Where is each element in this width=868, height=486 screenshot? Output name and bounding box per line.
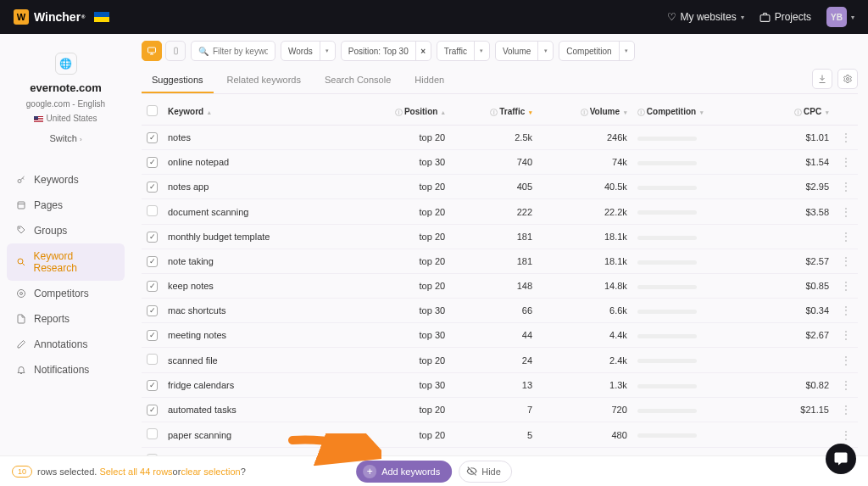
tab-hidden[interactable]: Hidden bbox=[404, 68, 454, 93]
hide-button[interactable]: Hide bbox=[459, 461, 512, 483]
keyword-filter-field[interactable] bbox=[213, 47, 268, 56]
tab-related[interactable]: Related keywords bbox=[217, 68, 311, 93]
cell-competition bbox=[632, 175, 760, 199]
cell-competition bbox=[632, 373, 760, 398]
user-menu[interactable]: YB ▾ bbox=[826, 7, 854, 27]
row-menu-icon[interactable]: ⋮ bbox=[839, 255, 853, 267]
sidebar-item-reports[interactable]: Reports bbox=[7, 306, 125, 332]
row-checkbox[interactable] bbox=[147, 157, 158, 168]
row-checkbox[interactable] bbox=[147, 232, 158, 243]
cell-volume: 1.3k bbox=[537, 373, 632, 398]
chat-fab[interactable] bbox=[826, 444, 856, 474]
cell-position: top 20 bbox=[350, 175, 451, 199]
info-icon: i bbox=[395, 109, 403, 116]
col-keyword[interactable]: Keyword ▴ bbox=[163, 98, 350, 126]
chevron-down-icon[interactable]: ▾ bbox=[474, 42, 489, 60]
cell-keyword: notes app bbox=[163, 175, 350, 199]
row-menu-icon[interactable]: ⋮ bbox=[839, 131, 853, 143]
logo-mark: W bbox=[14, 9, 29, 25]
chevron-down-icon[interactable]: ▾ bbox=[537, 42, 553, 60]
cell-position: top 20 bbox=[350, 348, 451, 373]
col-position[interactable]: iPosition ▴ bbox=[350, 98, 451, 126]
row-checkbox[interactable] bbox=[147, 182, 158, 193]
sidebar-item-groups[interactable]: Groups bbox=[7, 218, 125, 243]
row-checkbox[interactable] bbox=[147, 281, 158, 292]
switch-site-link[interactable]: Switch › bbox=[12, 133, 120, 143]
select-all-link[interactable]: Select all 44 rows bbox=[99, 466, 172, 477]
row-checkbox[interactable] bbox=[147, 405, 158, 416]
select-all-checkbox[interactable] bbox=[147, 105, 158, 116]
desktop-view-button[interactable] bbox=[142, 41, 162, 61]
row-menu-icon[interactable]: ⋮ bbox=[839, 404, 853, 416]
row-menu-icon[interactable]: ⋮ bbox=[839, 181, 853, 193]
cell-position: top 20 bbox=[350, 126, 451, 150]
cell-traffic: 5 bbox=[450, 422, 537, 448]
cell-volume: 246k bbox=[537, 126, 632, 150]
row-menu-icon[interactable]: ⋮ bbox=[839, 329, 853, 341]
row-checkbox[interactable] bbox=[147, 380, 158, 391]
volume-filter[interactable]: Volume▾ bbox=[495, 41, 554, 61]
row-checkbox[interactable] bbox=[147, 428, 158, 439]
col-traffic[interactable]: iTraffic ▾ bbox=[450, 98, 537, 126]
cell-traffic: 66 bbox=[450, 299, 537, 323]
settings-button[interactable] bbox=[837, 69, 858, 89]
svg-point-4 bbox=[18, 259, 23, 264]
row-menu-icon[interactable]: ⋮ bbox=[839, 231, 853, 243]
cell-traffic: 222 bbox=[450, 199, 537, 225]
sidebar-item-keyword-research[interactable]: Keyword Research bbox=[7, 243, 125, 281]
search-icon: 🔍 bbox=[198, 47, 209, 56]
mobile-view-button[interactable] bbox=[165, 41, 186, 61]
close-icon[interactable]: × bbox=[415, 42, 431, 60]
sidebar-item-annotations[interactable]: Annotations bbox=[7, 332, 125, 357]
row-checkbox[interactable] bbox=[147, 354, 158, 365]
row-menu-icon[interactable]: ⋮ bbox=[839, 304, 853, 316]
cell-position: top 20 bbox=[350, 199, 451, 225]
keyword-filter-input[interactable]: 🔍 bbox=[191, 41, 275, 61]
cell-volume: 18.1k bbox=[537, 249, 632, 274]
traffic-filter[interactable]: Traffic▾ bbox=[437, 41, 490, 61]
row-menu-icon[interactable]: ⋮ bbox=[839, 206, 853, 218]
sidebar-item-keywords[interactable]: Keywords bbox=[7, 167, 125, 193]
row-checkbox[interactable] bbox=[147, 256, 158, 267]
cell-keyword: paper scanning bbox=[163, 422, 350, 448]
add-keywords-button[interactable]: + Add keywords bbox=[356, 461, 452, 483]
table-row: mac shortcutstop 30666.6k$0.34⋮ bbox=[142, 299, 858, 323]
tab-suggestions[interactable]: Suggestions bbox=[142, 68, 214, 93]
download-button[interactable] bbox=[812, 69, 832, 89]
table-row: winrar cracktop 305480⋮ bbox=[142, 448, 858, 456]
competition-filter[interactable]: Competition▾ bbox=[559, 41, 634, 61]
tab-search-console[interactable]: Search Console bbox=[314, 68, 401, 93]
my-websites-menu[interactable]: ♡ My websites ▾ bbox=[667, 11, 744, 23]
position-filter[interactable]: Position: Top 30× bbox=[341, 41, 431, 61]
chevron-down-icon[interactable]: ▾ bbox=[619, 42, 634, 60]
cell-keyword: document scanning bbox=[163, 199, 350, 225]
row-menu-icon[interactable]: ⋮ bbox=[839, 156, 853, 168]
brand-name: Wincher bbox=[34, 10, 81, 24]
clear-selection-link[interactable]: clear selection bbox=[181, 466, 240, 477]
sidebar-item-notifications[interactable]: Notifications bbox=[7, 357, 125, 383]
row-checkbox[interactable] bbox=[147, 205, 158, 216]
row-menu-icon[interactable]: ⋮ bbox=[839, 355, 853, 366]
cell-traffic: 148 bbox=[450, 274, 537, 299]
cell-volume: 2.4k bbox=[537, 348, 632, 373]
col-cpc[interactable]: iCPC ▾ bbox=[760, 98, 834, 126]
col-competition[interactable]: iCompetition ▾ bbox=[632, 98, 760, 126]
row-menu-icon[interactable]: ⋮ bbox=[839, 429, 853, 441]
chevron-down-icon[interactable]: ▾ bbox=[320, 42, 335, 60]
brand-logo[interactable]: W Wincher ® bbox=[14, 9, 109, 25]
row-checkbox[interactable] bbox=[147, 330, 158, 341]
row-checkbox[interactable] bbox=[147, 305, 158, 316]
globe-icon: 🌐 bbox=[55, 53, 77, 75]
row-menu-icon[interactable]: ⋮ bbox=[839, 280, 853, 292]
projects-link[interactable]: Projects bbox=[760, 11, 811, 23]
view-toggle bbox=[142, 41, 186, 61]
magnify-icon bbox=[15, 257, 26, 267]
words-filter[interactable]: Words▾ bbox=[281, 41, 336, 61]
row-menu-icon[interactable]: ⋮ bbox=[839, 379, 853, 391]
sidebar-item-competitors[interactable]: Competitors bbox=[7, 281, 125, 306]
row-checkbox[interactable] bbox=[147, 132, 158, 143]
cell-competition bbox=[632, 323, 760, 348]
col-volume[interactable]: iVolume ▾ bbox=[537, 98, 632, 126]
cell-position: top 30 bbox=[350, 448, 451, 456]
sidebar-item-pages[interactable]: Pages bbox=[7, 193, 125, 218]
